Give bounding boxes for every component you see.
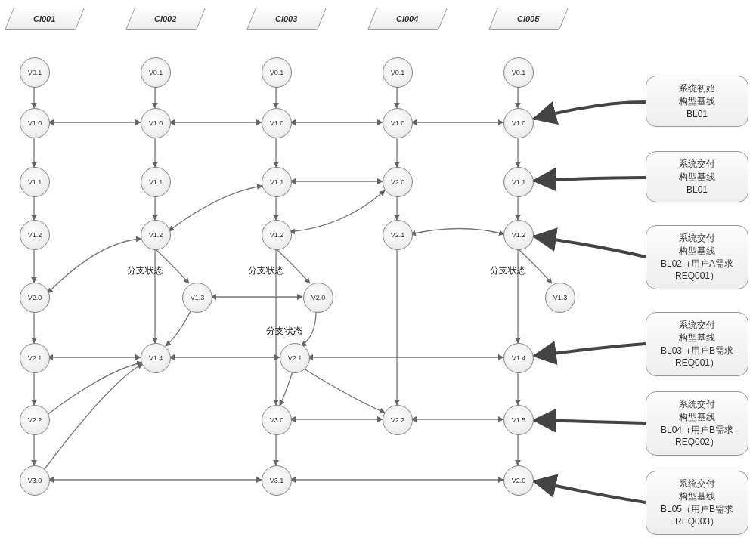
node-label: V3.0	[270, 416, 284, 424]
node-label: V2.2	[391, 416, 405, 424]
header-label: CI004	[396, 8, 418, 29]
node-ci003-v1-2: V1.2	[262, 220, 292, 250]
node-ci003-v3-0: V3.0	[262, 405, 292, 435]
baseline-line: 构型基线	[652, 332, 742, 345]
baseline-line: 系统初始	[652, 82, 742, 95]
node-ci001-v3-0: V3.0	[20, 465, 50, 496]
node-ci003-v2-0: V2.0	[303, 283, 333, 313]
node-ci005-v0-1: V0.1	[503, 57, 534, 88]
node-ci002-v1-0: V1.0	[141, 108, 171, 138]
baseline-line: 系统交付	[652, 398, 742, 411]
node-ci001-v1-0: V1.0	[20, 108, 50, 138]
node-label: V2.0	[28, 294, 42, 301]
node-ci001-v2-2: V2.2	[20, 405, 50, 435]
baseline-line: 构型基线	[652, 245, 742, 258]
node-label: V0.1	[391, 69, 405, 76]
node-ci001-v1-1: V1.1	[20, 167, 50, 197]
baseline-line: 系统交付	[652, 232, 742, 245]
baseline-line: REQ003）	[652, 515, 742, 528]
baseline-box-bl02: 系统交付 构型基线 BL02（用户A需求 REQ001）	[646, 225, 748, 289]
baseline-line: BL01	[652, 184, 742, 196]
node-ci001-v1-2: V1.2	[20, 220, 50, 250]
node-label: V1.4	[149, 354, 163, 362]
node-ci003-v0-1: V0.1	[262, 57, 292, 88]
node-ci004-v0-1: V0.1	[383, 57, 413, 88]
branch-label: 分支状态	[127, 264, 163, 277]
header-label: CI003	[275, 8, 297, 29]
node-label: V3.0	[28, 477, 42, 484]
baseline-line: REQ002）	[652, 436, 742, 449]
branch-label: 分支状态	[266, 325, 302, 338]
baseline-box-bl01b: 系统交付 构型基线 BL01	[646, 151, 748, 202]
node-label: V1.1	[512, 178, 526, 186]
node-ci002-v1-3: V1.3	[182, 283, 212, 313]
node-ci003-v1-0: V1.0	[262, 108, 292, 138]
node-ci005-v1-5: V1.5	[503, 405, 534, 435]
node-ci002-v1-2: V1.2	[141, 220, 171, 250]
node-ci002-v1-1: V1.1	[141, 167, 171, 197]
branch-label: 分支状态	[248, 264, 284, 277]
arrow-layer	[0, 0, 756, 547]
node-label: V1.2	[512, 231, 526, 239]
node-label: V1.2	[149, 231, 163, 239]
node-ci005-v2-0: V2.0	[503, 465, 534, 496]
node-label: V1.0	[391, 119, 405, 127]
node-label: V2.1	[391, 231, 405, 239]
node-label: V2.0	[512, 477, 526, 484]
node-label: V2.0	[311, 294, 326, 301]
node-label: V1.1	[270, 178, 284, 186]
header-label: CI002	[154, 8, 176, 29]
header-ci005: CI005	[488, 8, 569, 30]
baseline-line: 系统交付	[652, 477, 742, 490]
node-label: V1.0	[512, 119, 526, 127]
header-label: CI001	[33, 8, 55, 29]
node-label: V0.1	[512, 69, 526, 76]
baseline-line: BL03（用户B需求	[652, 345, 742, 357]
node-ci005-v1-1: V1.1	[503, 167, 534, 197]
node-ci005-v1-4: V1.4	[503, 343, 534, 373]
baseline-line: 系统交付	[652, 319, 742, 332]
node-ci003-v1-1: V1.1	[262, 167, 292, 197]
baseline-box-bl04: 系统交付 构型基线 BL04（用户B需求 REQ002）	[646, 391, 748, 456]
node-label: V1.3	[191, 294, 205, 301]
node-ci002-v1-4: V1.4	[141, 343, 171, 373]
node-ci004-v2-0: V2.0	[383, 167, 413, 197]
node-label: V1.5	[512, 416, 526, 424]
baseline-line: BL01	[652, 108, 742, 121]
node-ci003-v3-1: V3.1	[262, 465, 292, 496]
node-label: V3.1	[270, 477, 284, 484]
node-label: V1.3	[553, 294, 568, 301]
baseline-box-bl05: 系统交付 构型基线 BL05（用户B需求 REQ003）	[646, 471, 748, 535]
baseline-line: 构型基线	[652, 95, 742, 108]
node-ci005-v1-2: V1.2	[503, 220, 534, 250]
baseline-line: BL05（用户B需求	[652, 503, 742, 516]
baseline-line: 系统交付	[652, 158, 742, 171]
header-ci002: CI002	[125, 8, 206, 30]
node-ci005-v1-0: V1.0	[503, 108, 534, 138]
node-ci001-v0-1: V0.1	[20, 57, 50, 88]
node-label: V1.0	[28, 119, 42, 127]
node-label: V2.2	[28, 416, 42, 424]
baseline-line: REQ001）	[652, 270, 742, 283]
node-ci003-v2-1: V2.1	[280, 343, 310, 373]
baseline-line: 构型基线	[652, 171, 742, 184]
baseline-line: 构型基线	[652, 490, 742, 503]
diagram-stage: CI001 CI002 CI003 CI004 CI005 V0.1 V1.0 …	[0, 0, 756, 547]
node-label: V1.0	[270, 119, 284, 127]
baseline-box-bl03: 系统交付 构型基线 BL03（用户B需求 REQ001）	[646, 312, 748, 376]
branch-label: 分支状态	[490, 264, 526, 277]
node-label: V0.1	[270, 69, 284, 76]
node-label: V1.4	[512, 354, 526, 362]
node-label: V1.2	[28, 231, 42, 239]
header-ci004: CI004	[367, 8, 448, 30]
baseline-line: BL02（用户A需求	[652, 258, 742, 270]
baseline-line: REQ001）	[652, 357, 742, 369]
node-label: V1.1	[28, 178, 42, 186]
node-label: V2.1	[28, 354, 42, 362]
node-ci004-v2-1: V2.1	[383, 220, 413, 250]
node-label: V1.2	[270, 231, 284, 239]
node-label: V0.1	[28, 69, 42, 76]
node-ci001-v2-1: V2.1	[20, 343, 50, 373]
node-label: V1.1	[149, 178, 163, 186]
node-ci004-v1-0: V1.0	[383, 108, 413, 138]
